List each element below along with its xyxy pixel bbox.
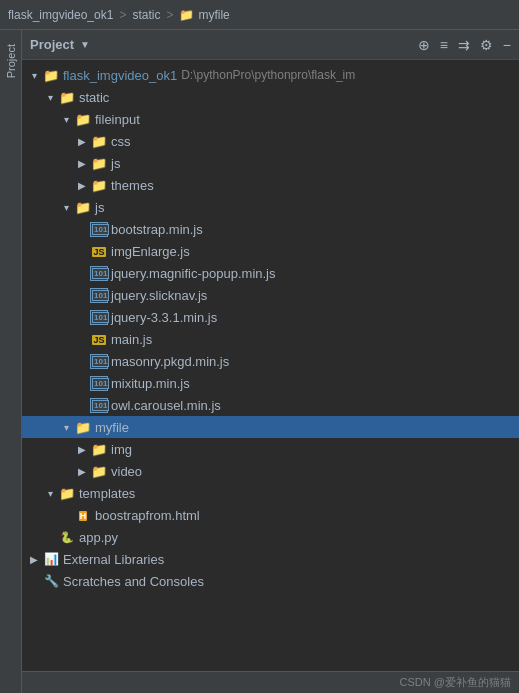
title-folder1: static [132,8,160,22]
file-icon-101: 101 [90,376,108,391]
tree-item-extlibs[interactable]: ▶📊External Libraries [22,548,519,570]
tree-item-apppy[interactable]: 🐍app.py [22,526,519,548]
item-label-masonry: masonry.pkgd.min.js [111,354,229,369]
tree-arrow[interactable]: ▶ [26,554,42,565]
tree-item-css[interactable]: ▶📁css [22,130,519,152]
file-icon-folder: 📁 [74,420,92,435]
file-icon-101: 101 [90,310,108,325]
tree-item-video[interactable]: ▶📁video [22,460,519,482]
file-icon-folder: 📁 [74,112,92,127]
watermark-text: CSDN @爱补鱼的猫猫 [400,675,511,690]
tree-arrow[interactable]: ▾ [42,488,58,499]
tree-item-mainjs[interactable]: JSmain.js [22,328,519,350]
item-label-js-sub: js [111,156,120,171]
tree-arrow[interactable]: ▾ [58,202,74,213]
tree-item-jquery331[interactable]: 101jquery-3.3.1.min.js [22,306,519,328]
item-label-themes: themes [111,178,154,193]
tree-item-themes[interactable]: ▶📁themes [22,174,519,196]
file-icon-html: H [74,508,92,523]
file-icon-101: 101 [90,398,108,413]
main-layout: Project Project ▼ ⊕ ≡ ⇉ ⚙ − ▾📁flask_imgv… [0,30,519,693]
tree-item-img[interactable]: ▶📁img [22,438,519,460]
tree-arrow[interactable]: ▾ [26,70,42,81]
item-label-jquerysli: jquery.slicknav.js [111,288,207,303]
file-icon-folder: 📁 [90,442,108,457]
file-icon-folder: 📁 [42,68,60,83]
tree-arrow[interactable]: ▾ [58,422,74,433]
item-label-scratches: Scratches and Consoles [63,574,204,589]
item-label-root: flask_imgvideo_ok1 [63,68,177,83]
tree-item-masonry[interactable]: 101masonry.pkgd.min.js [22,350,519,372]
item-label-apppy: app.py [79,530,118,545]
item-label-css: css [111,134,131,149]
title-sep2: > [166,8,173,22]
tree-item-root[interactable]: ▾📁flask_imgvideo_ok1D:\pythonPro\pythonp… [22,64,519,86]
file-icon-folder: 📁 [90,156,108,171]
file-icon-barChart: 📊 [42,552,60,566]
item-label-fileinput: fileinput [95,112,140,127]
tree-arrow[interactable]: ▶ [74,466,90,477]
tree-item-myfile[interactable]: ▾📁myfile [22,416,519,438]
align-icon[interactable]: ≡ [440,37,448,53]
panel-title: Project [30,37,74,52]
tree-item-boostrapfrom[interactable]: Hboostrapfrom.html [22,504,519,526]
tree-item-js-main[interactable]: ▾📁js [22,196,519,218]
file-icon-folder: 📁 [90,134,108,149]
tree-item-static[interactable]: ▾📁static [22,86,519,108]
item-label-video: video [111,464,142,479]
panel-dropdown-arrow[interactable]: ▼ [80,39,90,50]
item-label-owl: owl.carousel.min.js [111,398,221,413]
tree-item-jquerymag[interactable]: 101jquery.magnific-popup.min.js [22,262,519,284]
tree-item-owl[interactable]: 101owl.carousel.min.js [22,394,519,416]
project-panel: Project ▼ ⊕ ≡ ⇉ ⚙ − ▾📁flask_imgvideo_ok1… [22,30,519,693]
split-icon[interactable]: ⇉ [458,37,470,53]
item-label-boostrapfrom: boostrapfrom.html [95,508,200,523]
tree-arrow[interactable]: ▾ [58,114,74,125]
file-icon-101: 101 [90,288,108,303]
title-breadcrumb: flask_imgvideo_ok1 > static > 📁 myfile [8,8,230,22]
tree-item-jquerysli[interactable]: 101jquery.slicknav.js [22,284,519,306]
title-folder2-icon: 📁 [179,8,194,22]
item-label-jquerymag: jquery.magnific-popup.min.js [111,266,276,281]
sidebar-tab-label[interactable]: Project [3,38,19,84]
target-icon[interactable]: ⊕ [418,37,430,53]
tree-arrow[interactable]: ▶ [74,136,90,147]
file-icon-scratches: 🔧 [42,574,60,588]
sidebar-tab[interactable]: Project [0,30,22,693]
tree-item-mixitup[interactable]: 101mixitup.min.js [22,372,519,394]
item-label-js-main: js [95,200,104,215]
file-icon-101: 101 [90,354,108,369]
bottom-bar: CSDN @爱补鱼的猫猫 [22,671,519,693]
tree-arrow[interactable]: ▶ [74,180,90,191]
title-project: flask_imgvideo_ok1 [8,8,113,22]
tree-area: ▾📁flask_imgvideo_ok1D:\pythonPro\pythonp… [22,60,519,671]
tree-item-scratches[interactable]: 🔧Scratches and Consoles [22,570,519,592]
tree-item-imgenlarge[interactable]: JSimgEnlarge.js [22,240,519,262]
tree-arrow[interactable]: ▶ [74,158,90,169]
item-label-imgenlarge: imgEnlarge.js [111,244,190,259]
tree-arrow[interactable]: ▾ [42,92,58,103]
gear-icon[interactable]: ⚙ [480,37,493,53]
minus-icon[interactable]: − [503,37,511,53]
item-label-img: img [111,442,132,457]
tree-arrow[interactable]: ▶ [74,444,90,455]
file-icon-folder: 📁 [90,178,108,193]
file-icon-folder: 📁 [58,90,76,105]
file-icon-js: JS [90,244,108,259]
item-path-root: D:\pythonPro\pythonpro\flask_im [181,68,355,82]
item-label-extlibs: External Libraries [63,552,164,567]
item-label-jquery331: jquery-3.3.1.min.js [111,310,217,325]
tree-item-templates[interactable]: ▾📁templates [22,482,519,504]
item-label-bootstrap: bootstrap.min.js [111,222,203,237]
file-icon-101: 101 [90,222,108,237]
item-label-myfile: myfile [95,420,129,435]
file-icon-js: JS [90,332,108,347]
tree-item-bootstrap[interactable]: 101bootstrap.min.js [22,218,519,240]
file-icon-folder: 📁 [58,486,76,501]
panel-icons: ⊕ ≡ ⇉ ⚙ − [418,37,511,53]
tree-item-js-sub[interactable]: ▶📁js [22,152,519,174]
tree-item-fileinput[interactable]: ▾📁fileinput [22,108,519,130]
item-label-mainjs: main.js [111,332,152,347]
file-icon-folder: 📁 [90,464,108,479]
file-icon-folder: 📁 [74,200,92,215]
